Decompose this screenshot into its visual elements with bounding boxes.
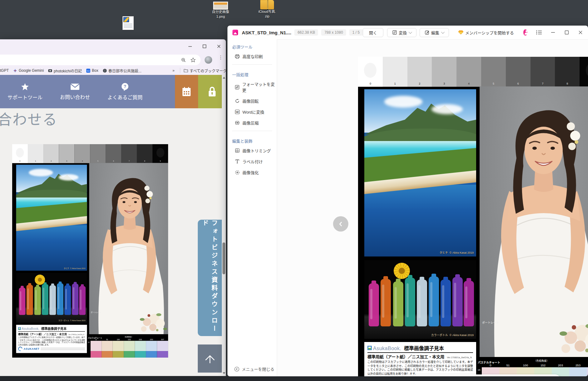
browser-address-bar-row: ⋮: [0, 54, 226, 66]
edit-button[interactable]: 編集: [420, 28, 449, 37]
sidebar-divider: [232, 64, 272, 65]
sidebar-section-edit: 編集と装飾: [227, 134, 277, 145]
file-title: ASKT_STD_Img_N1....: [242, 30, 291, 35]
viewed-image[interactable]: 0 1 2 3 4 5 6 7 8 9 タヒチ © Akira Kasai 20: [358, 57, 588, 376]
browser-minimize-button[interactable]: [187, 44, 193, 49]
bookmark-item[interactable]: 春日部市公共施設...: [103, 68, 142, 73]
scroll-up-arrow[interactable]: [223, 77, 225, 79]
crop-icon: [235, 148, 240, 153]
photo-business-download-button[interactable]: フォトビジネス資料ダウンロード: [198, 220, 222, 336]
calendar-icon: [182, 87, 191, 97]
asukabook-logo-icon: [18, 327, 21, 330]
tahiti-photo: タヒチ © Akira Kasai 2019: [16, 165, 87, 271]
word-icon: W: [235, 110, 240, 114]
bookmark-item[interactable]: photokichiの日記: [48, 68, 82, 73]
sidebar-item-compress-image[interactable]: 画像圧縮: [227, 117, 277, 128]
previous-image-button[interactable]: [333, 216, 348, 232]
lock-icon: [207, 86, 217, 97]
scrollbar-thumb[interactable]: [222, 242, 225, 274]
sidebar-item-advanced-print[interactable]: 高度な印刷: [227, 51, 277, 62]
bookmark-item[interactable]: Google Gemini: [13, 68, 44, 73]
page-heading: 合わせる: [0, 108, 57, 129]
sidebar-section-batch: 一括処理: [227, 67, 277, 79]
text-label-icon: [235, 159, 240, 164]
sidebar-item-enhance-image[interactable]: 画像強化: [227, 167, 277, 178]
edit-icon: [425, 30, 429, 35]
sidebar-item-label[interactable]: ラベル付け: [227, 156, 277, 167]
rotate-icon: [235, 99, 240, 103]
browser-maximize-button[interactable]: [202, 44, 207, 49]
viewer-close-button[interactable]: [578, 30, 583, 35]
sidebar-section-essential: 必須ツール: [227, 39, 277, 51]
enhance-icon: [235, 170, 240, 175]
address-bar[interactable]: [0, 55, 201, 65]
portrait-caption: ポートレート: [91, 311, 101, 314]
desktop-icon-jibunshi[interactable]: 自分史画像1.png: [209, 2, 232, 19]
scroll-to-top-button[interactable]: [198, 344, 222, 373]
convert-button[interactable]: 変換: [387, 28, 416, 37]
sidebar-item-rotate-image[interactable]: 画像回転: [227, 95, 277, 106]
printer-icon: [235, 54, 240, 59]
desktop-file-icon[interactable]: [122, 16, 134, 30]
nav-contact[interactable]: お問い合わせ: [50, 75, 100, 108]
tahiti-caption: タヒチ © Akira Kasai 2019: [440, 251, 474, 255]
folder-icon: [184, 69, 188, 72]
asukabook-logo-icon: [367, 346, 372, 350]
bookmark-item[interactable]: tGPT: [0, 68, 9, 73]
chart-text-block: AsukaBook。 標準画像調子見本 標準用紙（アート紙）／ニス加工・本文用 …: [364, 342, 476, 376]
bookmarks-divider: [180, 68, 180, 73]
browser-scrollbar[interactable]: [222, 75, 226, 376]
header-calendar-tile[interactable]: [175, 75, 198, 108]
convert-icon: [392, 30, 397, 35]
box-icon: box: [86, 69, 90, 73]
bottles-photo: カラーボトル © Akira Kasai 2019: [16, 273, 87, 323]
desktop-icon-icloud-zip[interactable]: iCloud写真.zip: [255, 0, 279, 19]
gemini-sparkle-icon: [13, 69, 17, 73]
sidebar-item-crop-image[interactable]: 画像トリミング: [227, 145, 277, 156]
svg-text:W: W: [236, 110, 239, 114]
gem-icon: [458, 30, 463, 35]
nav-faq[interactable]: ? よくあるご質問: [100, 75, 150, 108]
viewer-maximize-button[interactable]: [564, 30, 569, 35]
viewer-minimize-button[interactable]: [551, 30, 556, 35]
format-convert-icon: [235, 85, 239, 90]
bookmark-star-icon[interactable]: [191, 57, 196, 62]
site-header: サポートツール お問い合わせ ? よくあるご質問: [0, 75, 226, 108]
portrait-photo: ポートレート: [480, 86, 588, 357]
page-chart-preview: 0 1 2 3 4 5 6 7 8 9 タヒチ © Akira Kasai 20: [12, 144, 168, 358]
daisy-flower: [35, 275, 45, 285]
bottles-caption: カラーボトル © Akira Kasai 2019: [58, 319, 85, 321]
scroll-down-arrow[interactable]: [223, 372, 225, 374]
nav-support-tools[interactable]: サポートツール: [0, 75, 50, 108]
bookmarks-overflow-chevron[interactable]: »: [172, 68, 175, 73]
grayscale-wedge: 0 1 2 3 4 5 6 7 8 9: [12, 144, 168, 163]
blog-icon: [48, 69, 52, 73]
asukabook-test-image: 0 1 2 3 4 5 6 7 8 9 タヒチ © Akira Kasai 20: [358, 57, 588, 376]
tahiti-photo: タヒチ © Akira Kasai 2019: [364, 89, 476, 256]
bookmark-item[interactable]: box Box: [86, 68, 98, 73]
sidebar-item-convert-word[interactable]: W Wordに変換: [227, 106, 277, 117]
browser-profile-avatar[interactable]: [205, 56, 212, 64]
bottles-caption: カラーボトル © Akira Kasai 2019: [431, 333, 474, 337]
browser-close-button[interactable]: [216, 44, 222, 49]
globe-icon: [103, 69, 107, 73]
tahiti-caption: タヒチ © Akira Kasai 2019: [64, 267, 85, 269]
sidebar-divider: [232, 131, 272, 131]
pastel-chart: パステルチャート （色相角度） 051 100152 203253 307 15: [87, 334, 168, 358]
page-count-badge: 1 / 5: [349, 29, 363, 36]
portrait-caption: ポートレート: [482, 320, 499, 325]
daisy-flower: [394, 263, 410, 279]
account-avatar[interactable]: [523, 29, 527, 36]
browser-menu-icon[interactable]: ⋮: [218, 56, 220, 64]
chevron-left-circle-icon: [234, 367, 239, 372]
sidebar-item-change-format[interactable]: フォーマットを変更: [227, 79, 277, 95]
close-menu-button[interactable]: メニューを閉じる: [234, 366, 274, 372]
desktop-bottom-strip: [0, 376, 588, 381]
list-view-button[interactable]: [536, 30, 542, 35]
open-button[interactable]: 開く: [363, 28, 383, 37]
zoom-page-icon[interactable]: [181, 58, 186, 62]
all-bookmarks-button[interactable]: すべてのブックマーク: [184, 68, 226, 73]
image-viewer-window: ASKT_STD_Img_N1.... 662.38 KB 788 x 1080…: [227, 26, 588, 376]
asukabook-test-image: 0 1 2 3 4 5 6 7 8 9 タヒチ © Akira Kasai 20: [12, 144, 168, 358]
membership-button[interactable]: メンバーシップを開始する: [458, 30, 514, 36]
